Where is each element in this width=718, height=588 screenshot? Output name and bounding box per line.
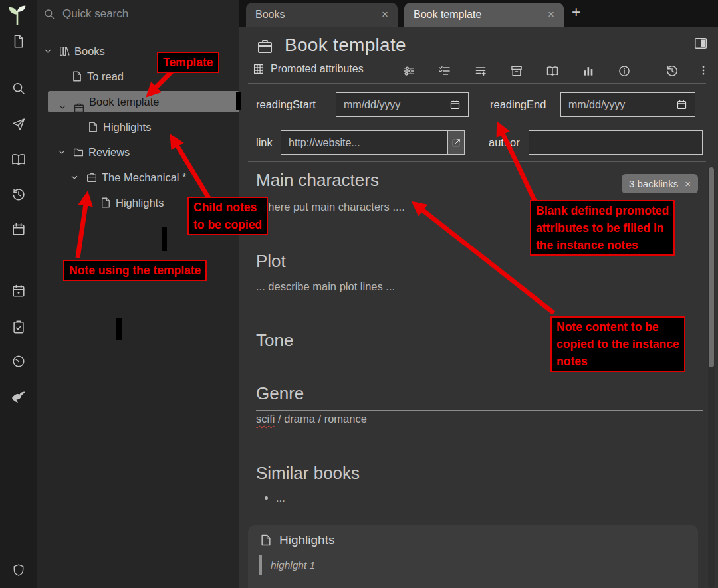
ribbon-divider xyxy=(248,83,706,84)
archive-icon[interactable] xyxy=(510,64,523,78)
tree-item-to-read[interactable]: To read xyxy=(87,65,124,88)
tree-row: Books xyxy=(37,40,239,62)
tree-item-book-template[interactable]: Book template xyxy=(89,90,159,113)
dashboard-icon[interactable] xyxy=(11,354,26,369)
tab-bar: Books × Book template × + xyxy=(239,0,718,27)
attr-label-link: link xyxy=(256,130,273,155)
book-icon[interactable] xyxy=(546,64,559,78)
attr-label-author: author xyxy=(489,130,520,155)
search-icon[interactable] xyxy=(11,81,26,96)
search-icon xyxy=(43,8,55,20)
grid-icon xyxy=(253,63,265,75)
section-heading-tone: Tone xyxy=(256,330,703,357)
tree-item-highlights-2[interactable]: Highlights xyxy=(116,191,164,214)
chevron-down-icon[interactable] xyxy=(69,172,80,183)
quick-search-placeholder: Quick search xyxy=(62,7,128,21)
calendar-icon[interactable] xyxy=(676,99,687,110)
history-icon[interactable] xyxy=(665,64,679,78)
section-body-genre[interactable]: scifi / drama / romance xyxy=(256,413,367,425)
folder-icon xyxy=(72,146,84,158)
reading-end-input[interactable] xyxy=(560,92,695,117)
close-icon[interactable]: × xyxy=(548,8,554,21)
note-icon xyxy=(87,121,99,133)
tree-row: Highlights xyxy=(37,191,239,214)
info-icon[interactable] xyxy=(618,64,631,78)
calendar-icon[interactable] xyxy=(11,222,26,237)
note-icon xyxy=(100,197,112,209)
shield-icon[interactable] xyxy=(12,563,25,577)
link-input[interactable] xyxy=(281,130,448,155)
calendar-star-icon[interactable] xyxy=(11,284,26,298)
template-box-icon xyxy=(256,37,274,55)
calendar-icon[interactable] xyxy=(449,99,461,110)
note-title[interactable]: Book template xyxy=(285,35,406,56)
tree-row: Highlights xyxy=(37,116,239,138)
bar-chart-icon[interactable] xyxy=(582,64,595,78)
app-root: Quick search Books To read Book template… xyxy=(0,0,718,588)
child-note-title[interactable]: Highlights xyxy=(279,533,334,547)
author-input[interactable] xyxy=(529,130,703,155)
content-divider xyxy=(248,161,706,162)
chevron-down-icon[interactable] xyxy=(57,147,67,157)
task-list-icon[interactable] xyxy=(11,320,26,334)
list-plus-icon[interactable] xyxy=(474,64,487,78)
backlinks-badge[interactable]: 3 backlinks × xyxy=(622,174,698,193)
tab-books[interactable]: Books × xyxy=(246,3,398,27)
list-check-icon[interactable] xyxy=(438,64,451,78)
split-pane-icon[interactable] xyxy=(693,36,709,50)
tab-label: Book template xyxy=(414,9,541,21)
close-icon[interactable]: × xyxy=(685,178,691,189)
note-detail-area: Book template Promoted attributes readin… xyxy=(239,27,718,588)
note-icon xyxy=(71,70,83,82)
launcher-bar xyxy=(0,0,37,588)
tree-item-highlights[interactable]: Highlights xyxy=(103,116,151,138)
tree-item-reviews[interactable]: Reviews xyxy=(88,141,130,163)
note-icon xyxy=(259,534,273,547)
scrollbar-track[interactable] xyxy=(708,166,715,588)
backlinks-count: 3 backlinks xyxy=(629,178,678,189)
bullet-icon xyxy=(265,496,268,500)
section-heading-plot: Plot xyxy=(256,251,703,278)
section-heading-similar-books: Similar books xyxy=(256,463,703,490)
note-tree-panel: Quick search Books To read Book template… xyxy=(37,0,239,588)
quick-search-input[interactable]: Quick search xyxy=(43,7,128,21)
template-box-icon xyxy=(86,171,98,183)
ribbon-tab-label: Promoted attributes xyxy=(271,63,364,75)
tree-row: To read xyxy=(37,65,239,88)
misspelled-word: scifi xyxy=(256,413,275,425)
bullet-list-item[interactable]: ... xyxy=(265,492,285,504)
reading-start-input[interactable] xyxy=(336,92,469,117)
ribbon-tab-promoted-attributes[interactable]: Promoted attributes xyxy=(253,63,364,75)
book-icon[interactable] xyxy=(11,151,27,167)
close-icon[interactable]: × xyxy=(382,8,388,21)
section-body-main-characters[interactable]: ... here put main characters .... xyxy=(256,201,405,213)
tree-item-the-mechanical[interactable]: The Mechanical * xyxy=(102,166,186,189)
tab-label: Books xyxy=(255,9,375,21)
scrollbar-thumb[interactable] xyxy=(709,167,714,367)
section-heading-genre: Genre xyxy=(256,383,703,411)
new-tab-button[interactable]: + xyxy=(572,3,580,21)
open-external-icon[interactable] xyxy=(447,130,465,155)
genre-rest: / drama / romance xyxy=(275,413,366,425)
plant-logo-icon[interactable] xyxy=(5,5,29,26)
sliders-icon[interactable] xyxy=(402,64,416,78)
tree-row: Reviews xyxy=(37,141,239,163)
bullet-text: ... xyxy=(276,492,285,504)
attr-label-reading-end: readingEnd xyxy=(490,92,546,117)
library-icon xyxy=(59,45,71,58)
tree-row: The Mechanical * xyxy=(37,166,239,189)
tree-item-books[interactable]: Books xyxy=(74,40,105,62)
section-body-plot[interactable]: ... describe main plot lines ... xyxy=(256,280,395,293)
attr-label-reading-start: readingStart xyxy=(256,92,316,117)
tab-book-template[interactable]: Book template × xyxy=(404,3,564,27)
swallow-icon[interactable] xyxy=(10,389,27,405)
jump-to-note-icon[interactable] xyxy=(11,117,26,132)
chevron-down-icon[interactable] xyxy=(43,46,53,56)
tree-row-selected: Book template xyxy=(37,90,239,113)
recent-changes-icon[interactable] xyxy=(11,187,26,202)
child-note-card[interactable]: Highlights highlght 1 xyxy=(248,525,698,588)
child-note-quote: highlght 1 xyxy=(259,555,315,575)
new-note-icon[interactable] xyxy=(11,34,26,49)
kebab-menu-icon[interactable] xyxy=(697,64,709,76)
